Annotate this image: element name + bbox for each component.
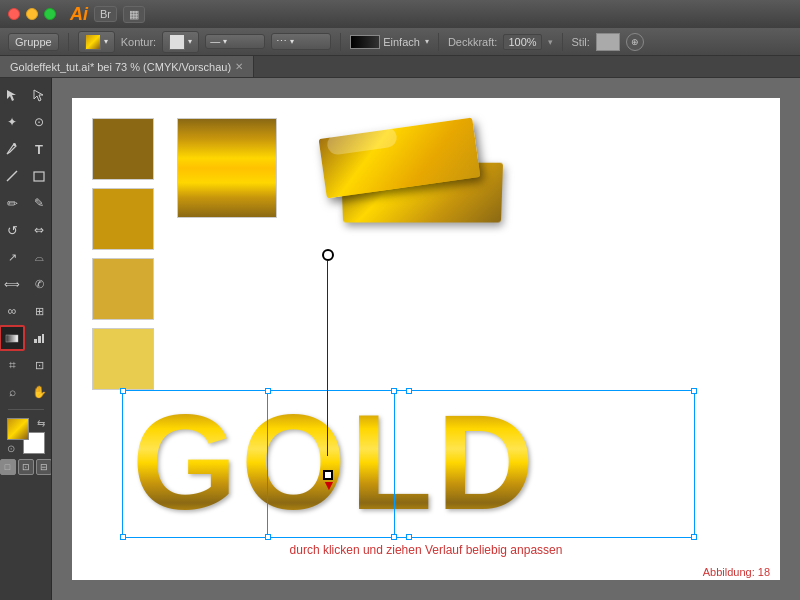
document-tab[interactable]: Goldeffekt_tut.ai* bei 73 % (CMYK/Vorsch…: [0, 56, 254, 77]
line-rect-tools: [0, 163, 52, 189]
swatch-dark-gold: [92, 118, 154, 180]
rotate-tool[interactable]: ↺: [0, 217, 25, 243]
slice-artboard-tools: ⌗ ⊡: [0, 352, 52, 378]
svg-rect-6: [42, 334, 44, 343]
selection-tools: [0, 82, 52, 108]
select-tool[interactable]: [0, 82, 25, 108]
zoom-hand-tools: ⌕ ✋: [0, 379, 52, 405]
stroke-swatch-btn[interactable]: ▾: [162, 31, 199, 53]
rect-tool[interactable]: [26, 163, 52, 189]
svg-rect-5: [38, 336, 41, 343]
pen-tool[interactable]: [0, 136, 25, 162]
magic-lasso-tools: ✦ ⊙: [0, 109, 52, 135]
svg-point-0: [13, 143, 16, 146]
gradient-tool[interactable]: [0, 325, 25, 351]
stil-swatch[interactable]: [596, 33, 620, 51]
group-label: Gruppe: [8, 33, 59, 51]
swatch-medium-gold: [92, 188, 154, 250]
draw-mode-buttons: □ ⊡ ⊟: [0, 459, 52, 475]
brush-pencil-tools: ✏ ✎: [0, 190, 52, 216]
tab-label: Goldeffekt_tut.ai* bei 73 % (CMYK/Vorsch…: [10, 61, 231, 73]
stroke-line-display: Einfach ▾: [350, 35, 429, 49]
blend-mesh-tools: ∞ ⊞: [0, 298, 52, 324]
svg-line-1: [7, 171, 17, 181]
chart-tool[interactable]: [26, 325, 52, 351]
brush-tool[interactable]: ✏: [0, 190, 25, 216]
tab-bar: Goldeffekt_tut.ai* bei 73 % (CMYK/Vorsch…: [0, 56, 800, 78]
color-swatches-panel: [92, 118, 154, 390]
draw-inside-btn[interactable]: ⊡: [18, 459, 34, 475]
globe-icon[interactable]: ⊕: [626, 33, 644, 51]
options-bar: Gruppe ▾ Kontur: ▾ — ▾ ⋯ ▾ Einfach ▾ Dec…: [0, 28, 800, 56]
gold-bar-image: [322, 113, 522, 268]
type-tool[interactable]: T: [26, 136, 52, 162]
stroke-weight-select[interactable]: — ▾: [205, 34, 265, 49]
foreground-color-swatch[interactable]: [7, 418, 29, 440]
titlebar: Ai Br ▦: [0, 0, 800, 28]
zoom-tool[interactable]: ⌕: [0, 379, 25, 405]
abbildung-label: Abbildung: 18: [703, 566, 770, 578]
bridge-button[interactable]: Br: [94, 6, 117, 22]
swatch-light-gold: [92, 258, 154, 320]
svg-rect-4: [34, 339, 37, 343]
gold-text: GOLD: [132, 395, 538, 530]
view-mode-button[interactable]: ▦: [123, 6, 145, 23]
maximize-button[interactable]: [44, 8, 56, 20]
gold-gradient-swatch: [177, 118, 277, 218]
svg-rect-2: [34, 172, 44, 181]
reset-colors-icon[interactable]: ⊙: [7, 443, 15, 454]
slice-tool[interactable]: ⌗: [0, 352, 25, 378]
fill-swatch-btn[interactable]: ▾: [78, 31, 115, 53]
tab-close-button[interactable]: ✕: [235, 61, 243, 72]
svg-rect-3: [6, 335, 18, 342]
close-button[interactable]: [8, 8, 20, 20]
draw-normal-btn[interactable]: □: [0, 459, 16, 475]
color-swatches-widget[interactable]: ⇆ ⊙: [7, 418, 45, 454]
width-tool[interactable]: ⟺: [0, 271, 25, 297]
stroke-type-select[interactable]: ⋯ ▾: [271, 33, 331, 50]
reflect-tool[interactable]: ⇔: [26, 217, 52, 243]
direct-select-tool[interactable]: [26, 82, 52, 108]
blend-tool[interactable]: ∞: [0, 298, 25, 324]
toolbar-divider: [8, 409, 44, 410]
magic-wand-tool[interactable]: ✦: [0, 109, 25, 135]
hand-tool[interactable]: ✋: [26, 379, 52, 405]
swatch-pale-gold: [92, 328, 154, 390]
pen-type-tools: T: [0, 136, 52, 162]
main-layout: ✦ ⊙ T ✏ ✎: [0, 78, 800, 600]
scale-tool[interactable]: ↗: [0, 244, 25, 270]
minimize-button[interactable]: [26, 8, 38, 20]
canvas: GOLD ▼: [72, 98, 780, 580]
gold-text-selection-area: GOLD ▼: [132, 395, 765, 530]
mesh-tool[interactable]: ⊞: [26, 298, 52, 324]
pencil-tool[interactable]: ✎: [26, 190, 52, 216]
swap-colors-icon[interactable]: ⇆: [37, 418, 45, 429]
deckkraft-label: Deckkraft:: [448, 36, 498, 48]
width-eyedrop-tools: ⟺ ✆: [0, 271, 52, 297]
artboard-tool[interactable]: ⊡: [26, 352, 52, 378]
toolbar: ✦ ⊙ T ✏ ✎: [0, 78, 52, 600]
eyedropper-tool[interactable]: ✆: [26, 271, 52, 297]
shear-tool[interactable]: ⌓: [26, 244, 52, 270]
line-tool[interactable]: [0, 163, 25, 189]
lasso-tool[interactable]: ⊙: [26, 109, 52, 135]
gradient-chart-tools: [0, 325, 52, 351]
caption-text: durch klicken und ziehen Verlauf beliebi…: [290, 543, 563, 557]
stil-label: Stil:: [572, 36, 590, 48]
scale-shear-tools: ↗ ⌓: [0, 244, 52, 270]
opacity-value[interactable]: 100%: [503, 34, 541, 50]
kontur-label: Kontur:: [121, 36, 156, 48]
caption-area: durch klicken und ziehen Verlauf beliebi…: [72, 540, 780, 558]
app-icon: Ai: [70, 5, 88, 23]
draw-behind-btn[interactable]: ⊟: [36, 459, 52, 475]
rotate-reflect-tools: ↺ ⇔: [0, 217, 52, 243]
canvas-area: GOLD ▼: [52, 78, 800, 600]
